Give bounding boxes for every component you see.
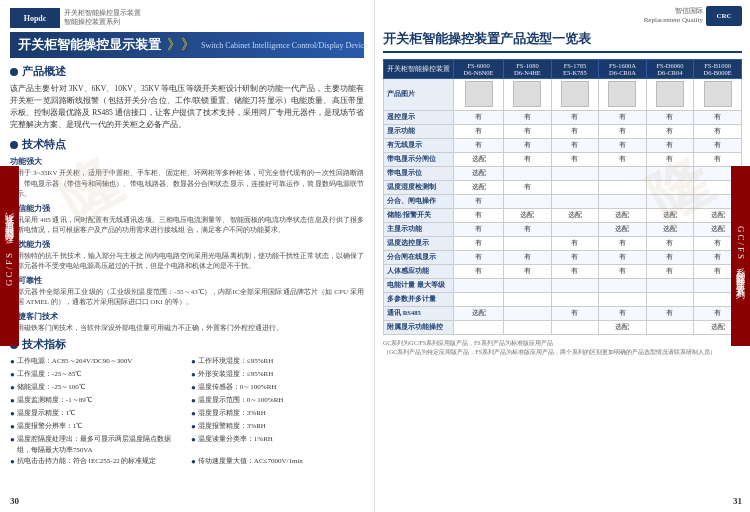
page-number-right: 31 xyxy=(733,496,742,506)
footer-note: GC系列为GC/FS系列应用版产品，FS系列产品为标准版应用产品 （GC系列产品… xyxy=(383,339,742,357)
section-dot-2 xyxy=(10,141,18,149)
cell-9-4: 选配 xyxy=(599,223,647,237)
table-row-6: 温度湿度检测制 选配 有 xyxy=(384,181,742,195)
cell-10-2 xyxy=(504,237,552,251)
product-overview-content: 该产品主要针对 3KV、6KV、10KV、35KV 等电压等级开关柜设计研制的功… xyxy=(10,83,364,131)
spec-9: ●温度显示精度：1℃ xyxy=(10,408,183,420)
feature-item-1: 功能强大 适用于 3~35KV 开关柜，适用于中置柜、手车柜、固定柜、环网柜等多… xyxy=(10,156,364,200)
table-row-10: 温度选控显示 有 有 有 有 有 xyxy=(384,237,742,251)
row-label-14: 多参数并多计量 xyxy=(384,293,454,307)
table-row-img: 产品图片 xyxy=(384,79,742,111)
cell-3-2: 有 xyxy=(504,139,552,153)
cell-2-4: 有 xyxy=(599,125,647,139)
table-row-16: 附属显示功能操控 选配 选配 xyxy=(384,321,742,335)
table-row-14: 多参数并多计量 xyxy=(384,293,742,307)
cell-6-1: 选配 xyxy=(454,181,504,195)
row-label-2: 显示功能 xyxy=(384,125,454,139)
cell-10-1: 有 xyxy=(454,237,504,251)
title-section: 开关柜智能操控显示装置 》》 Switch Cabinet Intelligen… xyxy=(10,32,364,58)
cell-img-1 xyxy=(454,79,504,111)
feature-text-2: 通讯采用 485 通讯，同时配置有无线通讯选项。三相电压电流测量等、智能面板的电… xyxy=(10,215,364,236)
cell-12-1: 有 xyxy=(454,265,504,279)
cell-1-4: 有 xyxy=(599,111,647,125)
cell-4-2: 有 xyxy=(504,153,552,167)
side-label-right: GC/FS系列智能操控显示装置系列 xyxy=(731,166,750,346)
spec-5: ●储能温度：-25～100℃ xyxy=(10,382,183,394)
tech-features-header: 技术特点 xyxy=(10,137,364,152)
row-label-5: 带电显示位 xyxy=(384,167,454,181)
cell-16-1 xyxy=(454,321,504,335)
cell-3-1: 有 xyxy=(454,139,504,153)
cell-10-4: 有 xyxy=(599,237,647,251)
table-row-12: 人体感应功能 有 有 有 有 有 有 xyxy=(384,265,742,279)
feature-item-4: 高可靠性 内部元器件全部采用工业级的（工业级别温度范围：-35～43℃），内部I… xyxy=(10,275,364,308)
cell-14-5 xyxy=(646,293,694,307)
row-label-1: 遥控显示 xyxy=(384,111,454,125)
cell-8-1: 有 xyxy=(454,209,504,223)
cell-13-3 xyxy=(551,279,599,293)
cell-5-5 xyxy=(646,167,694,181)
row-label-img: 产品图片 xyxy=(384,79,454,111)
table-row-5: 带电显示位 选配 xyxy=(384,167,742,181)
spec-7: ●温度监测精度：-1～89℃ xyxy=(10,395,183,407)
table-row-1: 遥控显示 有 有 有 有 有 有 xyxy=(384,111,742,125)
cell-3-4: 有 xyxy=(599,139,647,153)
row-label-4: 带电显示分闸位 xyxy=(384,153,454,167)
cell-5-2 xyxy=(504,167,552,181)
section-title-features: 技术特点 xyxy=(22,137,66,152)
cell-5-4 xyxy=(599,167,647,181)
cell-4-3: 有 xyxy=(551,153,599,167)
cell-3-6: 有 xyxy=(694,139,742,153)
left-page: 隆 Hopdc 开关柜智能操控显示装置 智能操控装置系列 开关柜智能操控显示装置… xyxy=(0,0,375,512)
cell-4-4: 有 xyxy=(599,153,647,167)
cell-2-5: 有 xyxy=(646,125,694,139)
cell-12-2: 有 xyxy=(504,265,552,279)
row-label-8: 储能/报警开关 xyxy=(384,209,454,223)
row-label-13: 电能计量 最大等级 xyxy=(384,279,454,293)
spec-1: ●工作电源：AC85～264V/DC90～300V xyxy=(10,356,183,368)
cell-5-3 xyxy=(551,167,599,181)
table-row-2: 显示功能 有 有 有 有 有 有 xyxy=(384,125,742,139)
cell-9-3 xyxy=(551,223,599,237)
cell-11-5: 有 xyxy=(646,251,694,265)
cell-16-2 xyxy=(504,321,552,335)
cell-3-5: 有 xyxy=(646,139,694,153)
cell-img-2 xyxy=(504,79,552,111)
cell-6-3 xyxy=(551,181,599,195)
tech-specs-header: 技术指标 xyxy=(10,337,364,352)
cell-2-1: 有 xyxy=(454,125,504,139)
cell-9-2: 有 xyxy=(504,223,552,237)
spec-12: ●湿度报警精度：3%RH xyxy=(191,421,364,433)
cell-11-1: 有 xyxy=(454,251,504,265)
spec-4: ●外形安装湿度：≤95%RH xyxy=(191,369,364,381)
cell-1-2: 有 xyxy=(504,111,552,125)
cell-9-5: 选配 xyxy=(646,223,694,237)
table-row-7: 分合、闸电操作 有 xyxy=(384,195,742,209)
row-label-12: 人体感应功能 xyxy=(384,265,454,279)
table-row-8: 储能/报警开关 有 选配 选配 选配 选配 选配 xyxy=(384,209,742,223)
section-title-specs: 技术指标 xyxy=(22,337,66,352)
cell-4-5: 有 xyxy=(646,153,694,167)
left-header: Hopdc 开关柜智能操控显示装置 智能操控装置系列 xyxy=(10,8,364,28)
table-row-13: 电能计量 最大等级 xyxy=(384,279,742,293)
spec-2: ●工作环境湿度：≤95%RH xyxy=(191,356,364,368)
cell-10-3: 有 xyxy=(551,237,599,251)
cell-16-4: 选配 xyxy=(599,321,647,335)
spec-13: ●温度腔隔度处理出：最多可显示两层温度隔点数据组，每隔最大功率750VA xyxy=(10,434,183,455)
th-model-2: FS-1080D6-N4HE xyxy=(504,60,552,79)
spec-3: ●工作温度：-25～85℃ xyxy=(10,369,183,381)
logo-box: Hopdc xyxy=(10,8,60,28)
cell-15-4: 有 xyxy=(599,307,647,321)
spec-15: ●抗电击击持力能：符合 IEC255-22 的标准规定 xyxy=(10,456,183,468)
right-brand-text: 智信国际 Replacement Quality xyxy=(644,7,703,25)
cell-5-1: 选配 xyxy=(454,167,504,181)
cell-8-5: 选配 xyxy=(646,209,694,223)
cell-9-1: 有 xyxy=(454,223,504,237)
section-dot-1 xyxy=(10,68,18,76)
th-feature: 开关柜智能操控装置 xyxy=(384,60,454,79)
row-label-16: 附属显示功能操控 xyxy=(384,321,454,335)
cell-12-4: 有 xyxy=(599,265,647,279)
left-header-left: Hopdc 开关柜智能操控显示装置 智能操控装置系列 xyxy=(10,8,141,28)
spec-6: ●温度传感器：0～100%RH xyxy=(191,382,364,394)
cell-6-5 xyxy=(646,181,694,195)
